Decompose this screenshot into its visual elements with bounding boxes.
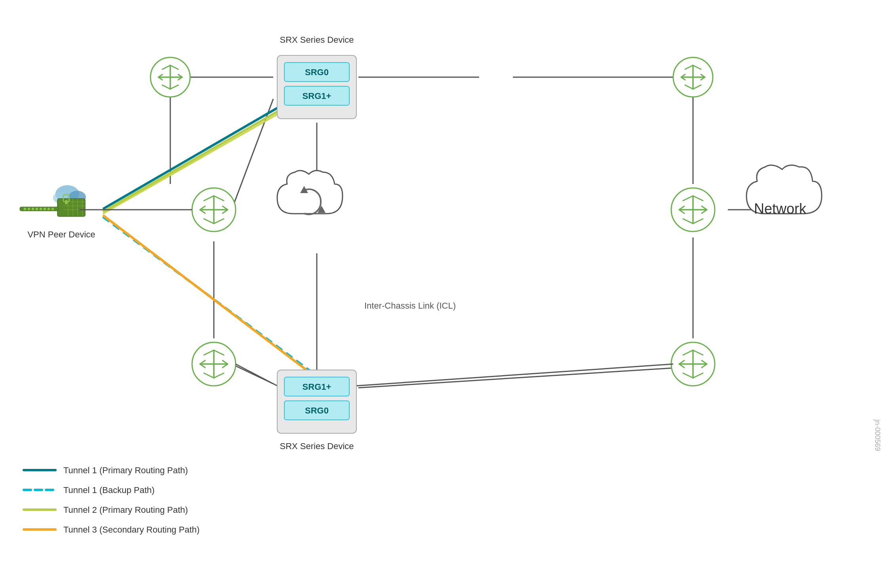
- svg-rect-108: [36, 208, 38, 210]
- svg-rect-105: [24, 208, 26, 210]
- srg0-bottom-label: SRG0: [305, 406, 329, 415]
- svg-text:Tunnel 3 (Secondary Routing Pa: Tunnel 3 (Secondary Routing Path): [63, 525, 200, 535]
- router-bottom-left: [192, 342, 236, 386]
- srg1-top-label: SRG1+: [303, 91, 331, 101]
- srg1-bottom-label: SRG1+: [303, 382, 331, 392]
- svg-rect-109: [40, 208, 42, 210]
- svg-rect-107: [32, 208, 34, 210]
- router-top-right: [673, 57, 713, 97]
- router-mid-right: [671, 188, 715, 231]
- svg-rect-106: [28, 208, 30, 210]
- srx-top-label: SRX Series Device: [280, 35, 354, 45]
- svg-rect-94: [57, 199, 85, 216]
- router-mid-left: [192, 188, 236, 231]
- svg-text:Tunnel 1 (Primary Routing Path: Tunnel 1 (Primary Routing Path): [63, 465, 188, 475]
- svg-rect-112: [51, 208, 54, 210]
- cloud-center: [277, 171, 343, 214]
- router-top-left: [150, 57, 190, 97]
- vpn-peer-label: VPN Peer Device: [27, 230, 95, 239]
- network-label: Network: [754, 201, 807, 217]
- svg-text:Tunnel 2 (Primary Routing Path: Tunnel 2 (Primary Routing Path): [63, 505, 188, 515]
- srg0-top-label: SRG0: [305, 67, 329, 77]
- svg-text:Tunnel 1 (Backup Path): Tunnel 1 (Backup Path): [63, 485, 154, 495]
- jn-code: jn-000569: [874, 419, 881, 451]
- router-bottom-right: [671, 342, 715, 386]
- icl-label: Inter-Chassis Link (ICL): [364, 301, 456, 311]
- srx-bottom-label: SRX Series Device: [280, 441, 354, 451]
- svg-rect-111: [48, 208, 50, 210]
- svg-rect-96: [65, 200, 68, 204]
- svg-rect-110: [44, 208, 46, 210]
- svg-rect-0: [0, 0, 891, 588]
